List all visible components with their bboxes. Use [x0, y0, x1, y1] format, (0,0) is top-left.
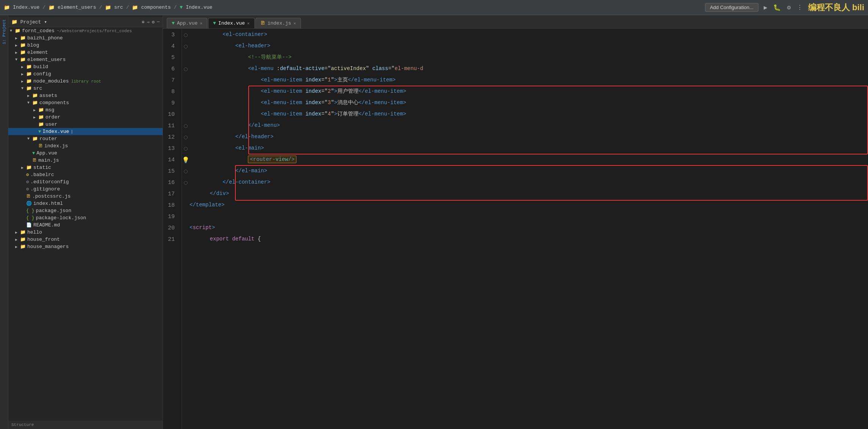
tree-item-postcss[interactable]: 🖹 .postcssrc.js: [8, 193, 163, 200]
arrow-icon: ▶: [27, 94, 31, 98]
close-icon[interactable]: ✕: [293, 21, 296, 26]
code-area-wrapper: <el-container> <el-header> <!--导航菜单-->: [190, 29, 868, 429]
attr-val: 3: [328, 100, 331, 106]
root-label: fornt_codes: [22, 28, 55, 34]
tag-open: </: [222, 179, 229, 185]
line-num-17: 17: [163, 189, 178, 200]
tree-item-blog[interactable]: ▶ 📁 blog: [8, 42, 163, 49]
folder-icon: 📁: [26, 71, 32, 77]
tree-item-app-vue[interactable]: ▼ App.vue: [8, 150, 163, 157]
code-line-11: </el-menu>: [190, 120, 868, 131]
tag-bracket: <: [250, 156, 253, 162]
tree-item-main-js[interactable]: 🖹 main.js: [8, 157, 163, 164]
tree-item-editorconfig[interactable]: ⚙ .editorconfig: [8, 178, 163, 186]
space: [302, 88, 305, 94]
q: ": [331, 100, 334, 106]
tab-index-js[interactable]: 🖹 index.js ✕: [255, 18, 301, 28]
gutter-mark-17: [183, 189, 188, 200]
collapse-icon[interactable]: ⇒: [147, 19, 149, 25]
tree-item-element-users[interactable]: ▼ 📁 element_users: [8, 56, 163, 63]
tab-index-vue[interactable]: ▼ Index.vue ✕: [208, 18, 255, 28]
tree-item-router[interactable]: ▼ 📁 router: [8, 135, 163, 142]
folder-icon: 📁: [26, 64, 32, 70]
tree-item-static[interactable]: ▶ 📁 static: [8, 164, 163, 171]
router-view-highlight: <router-view/>: [248, 156, 296, 163]
folder-icon: 📁: [20, 229, 26, 235]
tag-open: <: [261, 111, 264, 117]
tag-name: router: [253, 156, 272, 162]
tag-name: el-container: [226, 31, 264, 37]
equals: =": [324, 66, 331, 72]
tree-item-assets[interactable]: ▶ 📁 assets: [8, 92, 163, 99]
tab-app-vue[interactable]: ▼ App.vue ✕: [167, 18, 207, 28]
tree-item-root[interactable]: ▼ 📁 fornt_codes ~/WebstormProjects/fornt…: [8, 27, 163, 34]
q: ": [331, 77, 334, 83]
debug-icon[interactable]: 🐛: [772, 3, 782, 12]
indent: [190, 168, 228, 174]
tree-item-node-modules[interactable]: ▶ 📁 node_modules library root: [8, 78, 163, 85]
tree-item-babelrc[interactable]: ⚙ .babelrc: [8, 171, 163, 178]
tree-item-router-index[interactable]: 🖹 index.js: [8, 142, 163, 150]
close-icon[interactable]: ✕: [247, 21, 250, 26]
tree-item-baizhi[interactable]: ▶ 📁 baizhi_phone: [8, 34, 163, 42]
minimize-icon[interactable]: —: [157, 19, 160, 25]
settings-tree-icon[interactable]: ⚙: [152, 19, 155, 25]
item-label: order: [45, 114, 60, 120]
tree-item-hello[interactable]: ▶ 📁 hello: [8, 229, 163, 236]
tree-item-package-lock[interactable]: { } package-lock.json: [8, 214, 163, 222]
space: [302, 77, 305, 83]
item-label: components: [39, 100, 69, 106]
add-config-button[interactable]: Add Configuration...: [705, 3, 758, 12]
js-file-icon: 🖹: [38, 143, 43, 149]
arrow-icon: ▶: [21, 79, 25, 84]
gutter-mark-12: [183, 132, 188, 143]
tag-name: el-menu-item: [264, 88, 302, 94]
tag-close: >: [226, 190, 229, 197]
tag-script-gt: >: [212, 225, 215, 231]
project-tab[interactable]: 1: Project: [1, 17, 7, 47]
tree-item-src[interactable]: ▼ 📁 src: [8, 85, 163, 92]
tree-item-build[interactable]: ▶ 📁 build: [8, 63, 163, 70]
script-keyword: script: [193, 225, 212, 231]
attr-name: index: [306, 77, 321, 83]
arrow-icon: ▶: [33, 115, 37, 120]
class-attr: class: [372, 66, 388, 72]
tree-item-element[interactable]: ▶ 📁 element: [8, 49, 163, 56]
arrow-icon: ▼: [27, 101, 31, 105]
settings-icon[interactable]: ⚙: [785, 3, 792, 12]
tree-item-house-front[interactable]: ▶ 📁 house_front: [8, 236, 163, 243]
folder-icon: 📁: [26, 165, 32, 170]
project-label: 📁 Project ▾: [11, 19, 47, 25]
run-icon[interactable]: ▶: [762, 3, 769, 12]
arrow-icon: ▶: [21, 165, 25, 170]
line-num-16: 16: [163, 177, 178, 189]
tree-item-house-managers[interactable]: ▶ 📁 house_managers: [8, 243, 163, 250]
bulb-icon[interactable]: 💡: [182, 156, 190, 164]
tree-item-config[interactable]: ▶ 📁 config: [8, 70, 163, 78]
tree-item-readme[interactable]: 📄 README.md: [8, 222, 163, 229]
tree-item-index-vue[interactable]: ▼ Index.vue |: [8, 128, 163, 135]
tag-open: <: [235, 145, 238, 151]
attr-name: index: [306, 111, 321, 117]
tag-name: el-menu: [251, 66, 274, 72]
sync-icon[interactable]: ⊕: [142, 19, 144, 25]
tree-item-index-html[interactable]: 🌐 index.html: [8, 200, 163, 207]
more-icon[interactable]: ⋮: [795, 3, 804, 12]
editor-tabs: ▼ App.vue ✕ ▼ Index.vue ✕ 🖹 index.js ✕: [163, 15, 868, 29]
close-icon[interactable]: ✕: [200, 21, 202, 26]
md-icon: 📄: [26, 222, 32, 228]
code-line-10: <el-menu-item index="4" >订单管理</el-menu-i…: [190, 108, 868, 120]
tree-item-msg[interactable]: ▶ 📁 msg: [8, 106, 163, 114]
project-tree[interactable]: 📁 Project ▾ ⊕ ⇒ ⚙ — ▼ 📁 fornt_codes ~/We…: [8, 15, 163, 429]
item-label: blog: [27, 42, 39, 48]
tree-item-user[interactable]: 📁 user: [8, 121, 163, 128]
item-label: README.md: [33, 222, 60, 228]
tree-item-components[interactable]: ▼ 📁 components: [8, 99, 163, 106]
tree-item-order[interactable]: ▶ 📁 order: [8, 114, 163, 121]
tree-item-gitignore[interactable]: ⚙ .gitignore: [8, 186, 163, 193]
folder-icon: 📁: [38, 107, 44, 113]
vue-file-icon: ▼: [32, 151, 35, 156]
tree-item-package[interactable]: { } package.json: [8, 207, 163, 214]
tag-name: el-menu: [254, 122, 277, 128]
structure-panel-tab[interactable]: Structure: [8, 421, 163, 429]
